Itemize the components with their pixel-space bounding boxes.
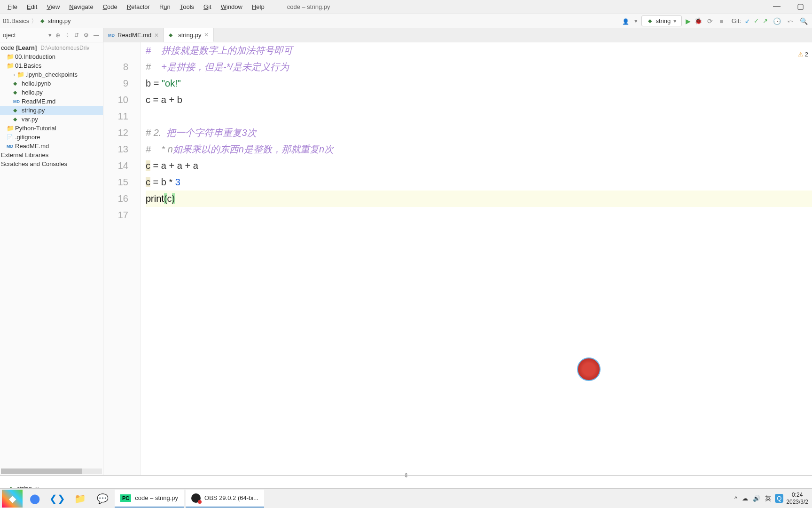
debug-button[interactable]: 🐞 [695,17,702,24]
tree-folder-basics[interactable]: 📁01.Basics [0,61,103,70]
breadcrumb-folder[interactable]: 01.Basics [3,17,29,24]
dropdown-icon[interactable]: ▾ [48,32,52,39]
maximize-button[interactable]: ▢ [793,2,807,11]
tree-folder-checkpoints[interactable]: ›📁.ipynb_checkpoints [0,70,103,79]
menu-window[interactable]: Window [217,1,246,12]
run-coverage-button[interactable]: ⟳ [706,17,714,25]
line-number-gutter: 8 9 10 11 12 13 14 15 16 17 [103,42,141,475]
git-pull-icon[interactable]: ↙ [745,17,750,24]
tree-file-gitignore[interactable]: 📄.gitignore [0,133,103,142]
git-push-icon[interactable]: ↗ [763,17,768,24]
obs-icon [191,493,201,503]
tree-root[interactable]: code [Learn] D:\AutonomousDriv [0,43,103,52]
gear-icon[interactable]: ⚙ [83,32,90,39]
onedrive-icon[interactable]: ☁ [741,495,749,502]
user-icon[interactable] [621,17,631,25]
chevron-right-icon: › [13,71,15,78]
scrollbar-thumb[interactable] [1,468,82,474]
close-icon[interactable]: ✕ [154,32,159,39]
taskbar-apps: ◆ ⬤ ❮❯ 📁 💬 PC code – string.py OBS 29.0.… [0,490,264,508]
code-line: c = b * 3 [146,174,812,190]
tree-label: 01.Basics [15,62,41,69]
expand-icon[interactable]: ≑ [64,32,70,39]
git-commit-icon[interactable]: ✓ [754,17,759,24]
collapse-icon[interactable]: ⇵ [73,32,80,39]
menu-edit[interactable]: Edit [23,1,41,12]
taskbar-wechat[interactable]: 💬 [92,490,113,508]
tray-overflow-icon[interactable]: ^ [734,495,738,502]
tree-folder-intro[interactable]: 📁00.Introduction [0,52,103,61]
hide-icon[interactable]: — [93,32,100,39]
taskbar-clock[interactable]: 0:24 2023/3/2 [786,492,808,505]
target-icon[interactable]: ⊕ [55,32,61,39]
tree-file-readme-root[interactable]: MDReadME.md [0,142,103,151]
tree-label: .gitignore [15,134,40,141]
floating-avatar[interactable] [577,357,601,381]
menu-view[interactable]: View [43,1,63,12]
markdown-file-icon: MD [108,33,115,38]
volume-icon[interactable]: 🔊 [752,495,761,502]
horizontal-scrollbar[interactable] [1,468,102,474]
menu-help[interactable]: Help [248,1,268,12]
resize-handle[interactable]: ⇕ [0,476,812,482]
tree-file-var-py[interactable]: ◆var.py [0,115,103,124]
menu-run[interactable]: Run [156,1,174,12]
tree-folder-tutorial[interactable]: 📁Python-Tutorial [0,124,103,133]
breadcrumb-file[interactable]: ◆ string.py [39,17,70,24]
menu-navigate[interactable]: Navigate [65,1,97,12]
user-dropdown-icon[interactable]: ▾ [634,17,638,24]
python-file-icon: ◆ [169,32,175,38]
search-icon[interactable]: 🔍 [798,17,809,25]
pycharm-icon: PC [120,494,131,502]
menu-git[interactable]: Git [200,1,215,12]
taskbar-explorer[interactable]: 📁 [70,490,90,508]
tree-external-libraries[interactable]: External Libraries [0,151,103,159]
taskbar-chrome[interactable]: ⬤ [24,490,45,508]
ime-indicator[interactable]: 英 [764,494,772,503]
folder-icon: 📁 [7,125,13,132]
app-icon[interactable]: Q [775,494,783,503]
minimize-button[interactable]: — [770,2,784,11]
clock-time: 0:24 [786,492,808,498]
run-config-selector[interactable]: ◆ string ▾ [641,16,682,26]
run-button[interactable]: ▶ [686,17,691,25]
menu-refactor[interactable]: Refactor [123,1,154,12]
gutter-line: 11 [103,108,128,125]
close-icon[interactable]: ✕ [204,32,209,38]
tree-file-readme-md[interactable]: MDReadME.md [0,97,103,106]
editor-area: MD ReadME.md ✕ ◆ string.py ✕ ⚠ 2 8 9 10 … [103,28,812,475]
stop-button[interactable]: ■ [718,17,725,25]
sidebar-title[interactable]: oject [3,32,46,39]
tab-readme[interactable]: MD ReadME.md ✕ [103,28,164,42]
taskbar-start[interactable]: ◆ [2,490,23,508]
taskbar-obs[interactable]: OBS 29.0.2 (64-bi... [186,490,264,508]
project-tree[interactable]: code [Learn] D:\AutonomousDriv 📁00.Intro… [0,42,103,468]
tab-string-py[interactable]: ◆ string.py ✕ [164,28,214,42]
tree-label: External Libraries [1,151,48,159]
taskbar-vscode[interactable]: ❮❯ [47,490,68,508]
python-file-icon: ◆ [13,116,20,122]
tree-label: .ipynb_checkpoints [25,71,78,78]
tree-file-string-py[interactable]: ◆string.py [0,106,103,115]
gutter-line: 9 [103,75,128,92]
gutter-line: 12 [103,125,128,141]
menu-file[interactable]: File [4,1,21,12]
tree-label: ReadME.md [22,98,55,105]
tree-file-hello-ipynb[interactable]: ◆hello.ipynb [0,79,103,88]
history-icon[interactable]: 🕓 [772,17,782,25]
python-file-icon: ◆ [13,89,20,95]
code-area[interactable]: # 拼接就是数字上的加法符号即可 # +是拼接，但是-*/是未定义行为 b = … [141,42,812,475]
tree-label: Scratches and Consoles [1,160,67,167]
tree-scratches[interactable]: Scratches and Consoles [0,159,103,168]
editor-tabs: MD ReadME.md ✕ ◆ string.py ✕ [103,28,812,42]
taskbar-pycharm[interactable]: PC code – string.py [115,490,184,508]
rollback-icon[interactable]: ⤺ [786,17,795,25]
tree-root-name: code [1,44,14,51]
menu-tools[interactable]: Tools [176,1,198,12]
toolbar-right: ▾ ◆ string ▾ ▶ 🐞 ⟳ ■ Git: ↙ ✓ ↗ 🕓 ⤺ 🔍 [621,16,810,26]
project-sidebar: oject ▾ ⊕ ≑ ⇵ ⚙ — code [Learn] D:\Autono… [0,28,103,475]
tree-file-hello-py[interactable]: ◆hello.py [0,88,103,97]
resize-icon: ⇕ [404,472,409,479]
menu-code[interactable]: Code [99,1,121,12]
editor-content[interactable]: ⚠ 2 8 9 10 11 12 13 14 15 16 17 # 拼接就是数字… [103,42,812,475]
